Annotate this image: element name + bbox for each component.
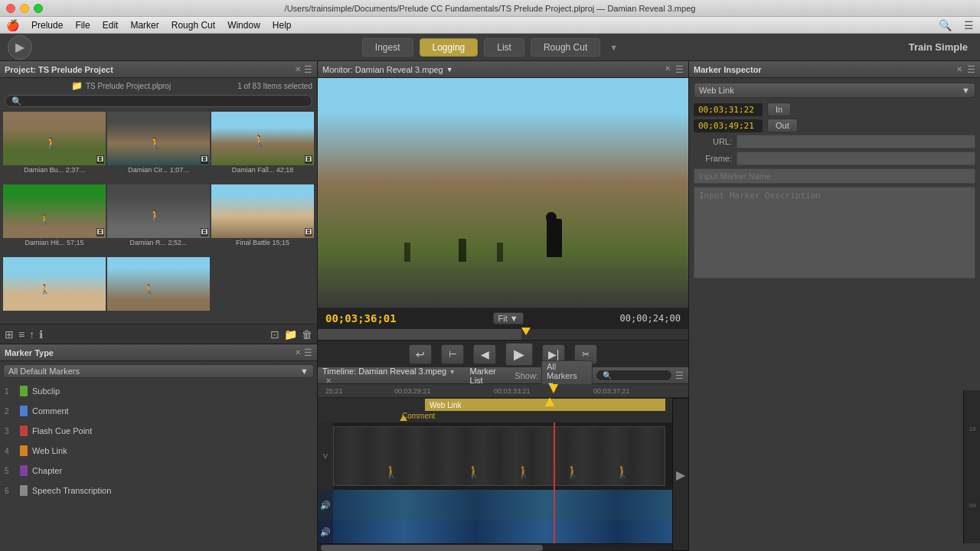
marker-type-dropdown[interactable]: All Default Markers ▼ <box>3 364 314 378</box>
bg-person-3 <box>497 243 503 262</box>
logging-button[interactable]: Logging <box>420 38 479 57</box>
list-button[interactable]: List <box>484 38 524 57</box>
scale-icon[interactable]: ⊡ <box>270 328 279 341</box>
fit-dropdown[interactable]: Fit ▼ <box>493 312 524 324</box>
minimize-button[interactable] <box>20 4 29 13</box>
marker-item-comment[interactable]: 2 Comment <box>0 401 317 421</box>
thumbnail-image: 🚶 🎞 <box>107 184 210 238</box>
url-input[interactable] <box>737 135 975 148</box>
marker-name-input[interactable] <box>694 168 975 184</box>
marker-inspector-header: Marker Inspector ✕ ☰ <box>689 61 980 78</box>
marker-item-speech[interactable]: 6 Speech Transcription <box>0 481 317 500</box>
search-icon[interactable]: 🔍 <box>939 19 952 31</box>
search-input[interactable] <box>5 95 312 107</box>
out-button[interactable]: Out <box>767 119 798 132</box>
menu-file[interactable]: File <box>75 20 90 31</box>
list-item[interactable]: 🚶 🎞 Damian R... 2;52... <box>107 184 210 256</box>
timeline-right-arrow[interactable]: ▶ <box>672 398 689 551</box>
time-out-value: 00;03;49;21 <box>694 119 763 132</box>
close-icon[interactable]: ✕ <box>956 65 962 73</box>
menu-rough-cut[interactable]: Rough Cut <box>172 20 215 31</box>
apple-menu[interactable]: 🍎 <box>6 19 19 31</box>
thumbnail-image: 🚶 🎞 <box>107 112 210 165</box>
progress-bar[interactable] <box>318 329 688 340</box>
marker-type-header: Marker Type ✕ ☰ <box>0 344 317 361</box>
chevron-down-icon: ▼ <box>300 367 309 376</box>
timeline-tab[interactable]: Timeline: Damian Reveal 3.mpeg ▼ ✕ <box>322 367 458 385</box>
marker-color-chapter <box>20 465 28 476</box>
menu-edit[interactable]: Edit <box>103 20 119 31</box>
marker-item-subclip[interactable]: 1 Subclip <box>0 381 317 401</box>
info-icon[interactable]: ℹ <box>39 328 43 341</box>
timecode-bar: 00;03;36;01 Fit ▼ 00;00;24;00 <box>318 308 688 329</box>
marker-list-tab[interactable]: Marker List <box>470 367 509 385</box>
menu-window[interactable]: Window <box>227 20 260 31</box>
video-frames: 🚶 🚶 🚶 🚶 🚶 <box>333 426 665 486</box>
list-item[interactable]: 🚶 <box>107 257 210 321</box>
thumbnail-label: Damian Cir... 1;07... <box>107 166 210 174</box>
step-back-button[interactable]: ⊢ <box>441 344 464 364</box>
type-dropdown[interactable]: Web Link ▼ <box>694 83 975 98</box>
film-icon: 🎞 <box>305 155 312 164</box>
marker-item-flash-cue[interactable]: 3 Flash Cue Point <box>0 421 317 441</box>
in-button[interactable]: In <box>767 103 791 116</box>
ingest-button[interactable]: Ingest <box>362 38 413 57</box>
monitor-dropdown[interactable]: Monitor: Damian Reveal 3.mpeg ▼ <box>322 65 453 74</box>
list-item[interactable]: 🚶 🎞 Damian Hit... 57;15 <box>3 184 106 256</box>
sort-icon[interactable]: ↑ <box>29 328 34 341</box>
loop-button[interactable]: ↩ <box>409 344 432 364</box>
rough-cut-button[interactable]: Rough Cut <box>531 38 600 57</box>
close-icon[interactable]: ✕ <box>295 65 301 73</box>
marker-item-chapter[interactable]: 5 Chapter <box>0 461 317 481</box>
list-item[interactable]: 🚶 🎞 Damian Fall... 42;18 <box>211 112 314 183</box>
marker-desc-input[interactable] <box>694 187 975 279</box>
prev-frame-button[interactable]: ◀ <box>473 344 496 364</box>
marker-item-weblink[interactable]: 4 Web Link <box>0 441 317 461</box>
list-view-icon[interactable]: ≡ <box>18 328 24 341</box>
list-item[interactable]: 🚶 🎞 Damian Cir... 1;07... <box>107 112 210 183</box>
list-item[interactable]: 🎞 Final Battle 15;15 <box>211 184 314 256</box>
maximize-button[interactable] <box>34 4 43 13</box>
scroll-thumb[interactable] <box>321 545 543 551</box>
dropdown-icon[interactable]: ▼ <box>609 43 618 52</box>
add-bin-icon[interactable]: 📁 <box>284 328 297 341</box>
timeline-scrollbar[interactable] <box>318 543 688 551</box>
timeline-header: Timeline: Damian Reveal 3.mpeg ▼ ✕ Marke… <box>318 367 688 384</box>
list-view-icon[interactable]: ☰ <box>964 19 974 31</box>
person-silhouette <box>547 219 562 257</box>
ruler-mark-0: 25;21 <box>325 387 343 395</box>
panel-menu-icon[interactable]: ☰ <box>967 64 975 75</box>
frame-row: Frame: <box>694 152 975 165</box>
panel-menu-icon[interactable]: ☰ <box>675 64 684 75</box>
panel-menu-icon[interactable]: ☰ <box>304 347 312 358</box>
delete-icon[interactable]: 🗑 <box>302 328 312 341</box>
thumbnail-label: Damian Bu... 2;37... <box>3 166 106 174</box>
train-simple-logo: Train Simple <box>909 41 968 53</box>
timeline-search-input[interactable] <box>596 370 672 381</box>
grid-view-icon[interactable]: ⊞ <box>5 328 14 341</box>
marker-color-weblink <box>20 445 28 456</box>
frame-input[interactable] <box>737 152 975 165</box>
close-icon[interactable]: ✕ <box>295 348 301 357</box>
panel-menu-icon[interactable]: ☰ <box>675 370 684 381</box>
timecode-out: 00;00;24;00 <box>620 313 681 324</box>
menubar: 🍎 Prelude File Edit Marker Rough Cut Win… <box>0 17 980 34</box>
list-item[interactable]: 🚶 🎞 Damian Bu... 2;37... <box>3 112 106 183</box>
list-item[interactable]: 🚶 <box>3 257 106 321</box>
right-panel: Marker Inspector ✕ ☰ Web Link ▼ 00;03;31… <box>689 61 980 551</box>
panel-menu-icon[interactable]: ☰ <box>304 64 312 75</box>
time-in-row: 00;03;31;22 In <box>694 103 975 116</box>
chevron-down-icon: ▼ <box>449 368 456 376</box>
marker-type-title: Marker Type <box>5 348 54 357</box>
project-info: 📁 TS Prelude Project.plproj 1 of 83 Item… <box>0 78 317 93</box>
close-icon[interactable]: ✕ <box>665 64 671 75</box>
traffic-lights <box>6 4 43 13</box>
menu-help[interactable]: Help <box>273 20 292 31</box>
close-timeline-icon[interactable]: ✕ <box>325 377 332 385</box>
menu-marker[interactable]: Marker <box>130 20 158 31</box>
chevron-right-icon: ▶ <box>676 468 685 482</box>
marker-inspector-title: Marker Inspector <box>694 65 762 74</box>
menu-prelude[interactable]: Prelude <box>31 20 63 31</box>
chevron-down-icon: ▼ <box>962 86 970 95</box>
close-button[interactable] <box>6 4 15 13</box>
